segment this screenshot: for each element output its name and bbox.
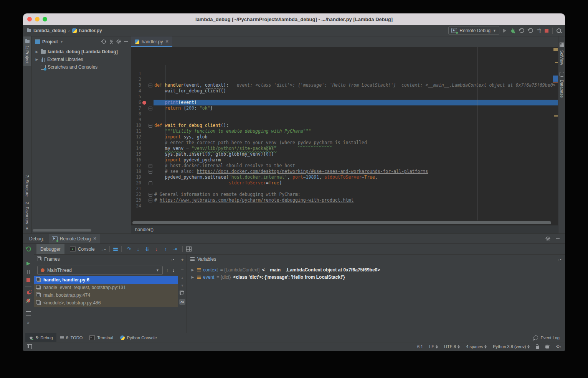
fold-gutter[interactable] — [147, 94, 154, 100]
code-line[interactable]: 9 — [131, 117, 558, 123]
code-line[interactable]: 4 wait_for_debug_client() — [131, 88, 558, 94]
caret-position[interactable]: 6:1 — [417, 344, 423, 349]
breakpoint-gutter[interactable] — [141, 146, 147, 151]
concurrency-diagram-button[interactable]: ⇶ — [537, 28, 541, 33]
breakpoint-gutter[interactable] — [141, 169, 147, 174]
run-to-cursor-icon[interactable]: ⇥ — [171, 246, 179, 252]
tool-window-button-structure[interactable]: 7: Structure — [23, 172, 31, 199]
fold-gutter[interactable] — [147, 180, 154, 186]
breakpoint-gutter[interactable] — [141, 192, 147, 197]
project-view-title[interactable]: Project — [42, 39, 58, 44]
mute-breakpoints-icon[interactable] — [26, 299, 30, 302]
breakpoint-gutter[interactable] — [141, 186, 147, 192]
tree-item-scratches[interactable]: Scratches and Consoles — [32, 63, 131, 71]
breadcrumb-file[interactable]: handler.py — [79, 28, 102, 33]
breakpoint-gutter[interactable] — [141, 100, 147, 105]
run-with-coverage-button[interactable] — [519, 28, 524, 33]
run-configuration-select[interactable]: Remote Debug ▼ — [448, 26, 499, 35]
code-line[interactable]: 20 stderrToServer=True) — [131, 180, 558, 186]
breadcrumb-project[interactable]: lambda_debug — [33, 28, 66, 33]
breakpoint-gutter[interactable] — [141, 71, 147, 77]
code-line[interactable]: 2 — [131, 77, 558, 82]
move-down-icon[interactable]: ▼ — [181, 284, 184, 288]
close-icon[interactable]: ✕ — [93, 236, 96, 241]
search-everywhere-icon[interactable] — [557, 28, 561, 33]
editor-tab-handler[interactable]: handler.py ✕ — [131, 36, 172, 47]
debug-button[interactable] — [510, 28, 515, 33]
fold-gutter[interactable] — [147, 128, 154, 134]
breakpoint-gutter[interactable] — [141, 174, 147, 180]
fold-gutter[interactable] — [147, 140, 154, 146]
tool-window-button-todo[interactable]: 6: TODO — [56, 333, 86, 342]
fold-gutter[interactable] — [147, 71, 154, 77]
chevron-right-icon[interactable]: ▶ — [35, 58, 39, 61]
frame-row[interactable]: handle_event_request, bootstrap.py:131 — [34, 284, 178, 291]
error-stripe-mark[interactable] — [554, 115, 558, 117]
tool-window-button-favorites[interactable]: 2: Favorites ★ — [23, 199, 31, 233]
hide-tool-window-icon[interactable] — [556, 238, 560, 239]
fold-gutter[interactable] — [147, 174, 154, 180]
code-line[interactable]: 12 import sys, glob — [131, 134, 558, 140]
fold-gutter[interactable] — [147, 163, 154, 169]
breadcrumb-function[interactable]: handler() — [135, 227, 154, 232]
pause-icon[interactable] — [27, 270, 28, 274]
code-line[interactable]: 8 — [131, 111, 558, 117]
more-actions-icon[interactable]: » — [27, 320, 30, 325]
zoom-window-button[interactable] — [43, 17, 47, 21]
run-button[interactable] — [503, 29, 506, 33]
duplicate-watch-icon[interactable] — [180, 291, 184, 295]
pin-tab-icon[interactable]: →▪ — [556, 257, 562, 261]
step-over-icon[interactable]: ↷ — [125, 246, 133, 252]
error-stripe-caret-mark[interactable] — [553, 76, 558, 82]
code-line[interactable]: 11 """Utility function to enable debuggi… — [131, 128, 558, 134]
tool-window-button-database[interactable]: Database — [558, 68, 565, 100]
code-line[interactable]: 18 # see also: https://docs.docker.com/d… — [131, 169, 558, 174]
encoding-selector[interactable]: UTF-8 — [444, 344, 460, 349]
breakpoint-gutter[interactable] — [141, 77, 147, 82]
code-line[interactable]: 24 — [131, 203, 558, 209]
fold-gutter[interactable] — [147, 117, 154, 123]
frame-row[interactable]: main, bootstrap.py:474 — [34, 291, 178, 299]
frame-row[interactable]: handler, handler.py:6 — [34, 276, 178, 284]
code-line[interactable]: 23# https://www.jetbrains.com/help/pycha… — [131, 197, 558, 203]
close-window-button[interactable] — [27, 17, 32, 21]
stop-icon[interactable] — [26, 278, 30, 282]
pin-tab-icon[interactable]: →▪ — [168, 257, 174, 261]
breakpoint-gutter[interactable] — [141, 111, 147, 117]
code-line[interactable]: 16 import pydevd_pycharm — [131, 157, 558, 163]
code-line[interactable]: 21 — [131, 186, 558, 192]
indent-selector[interactable]: 4 spaces — [466, 344, 487, 349]
breakpoint-gutter[interactable] — [141, 88, 147, 94]
breakpoint-gutter[interactable] — [141, 105, 147, 111]
fold-gutter[interactable] — [147, 77, 154, 82]
tab-console[interactable]: Console — [66, 244, 99, 254]
profiler-button[interactable] — [528, 28, 533, 33]
fold-gutter[interactable] — [147, 82, 154, 88]
breakpoint-gutter[interactable] — [141, 128, 147, 134]
fold-marker-icon[interactable] — [149, 124, 152, 128]
fold-gutter[interactable] — [147, 146, 154, 151]
next-frame-icon[interactable]: ↓ — [172, 267, 175, 273]
code-line[interactable]: 13 # enter the correct path here to your… — [131, 140, 558, 146]
breakpoint-gutter[interactable] — [141, 82, 147, 88]
lock-icon[interactable] — [536, 346, 539, 349]
resume-program-icon[interactable]: ▶ — [26, 260, 30, 266]
minimize-window-button[interactable] — [35, 17, 40, 21]
tool-window-button-project[interactable]: 1: Project — [23, 36, 31, 66]
infinity-icon[interactable]: ∞ — [179, 299, 185, 305]
chevron-right-icon[interactable]: ▶ — [191, 268, 195, 272]
fold-gutter[interactable] — [147, 157, 154, 163]
code-line[interactable]: 10def wait_for_debug_client(): — [131, 123, 558, 128]
tree-item-external-libraries[interactable]: ▶ External Libraries — [32, 56, 131, 63]
gear-icon[interactable] — [545, 236, 550, 241]
breakpoint-gutter[interactable] — [141, 197, 147, 203]
code-editor[interactable]: 123def handler(event, context): event: <… — [131, 47, 558, 220]
code-line[interactable]: 3def handler(event, context): event: <cl… — [131, 82, 558, 88]
debug-session-tab[interactable]: Remote Debug ✕ — [49, 234, 100, 243]
fold-gutter[interactable] — [147, 169, 154, 174]
gear-icon[interactable] — [116, 39, 121, 44]
breakpoint-gutter[interactable] — [141, 180, 147, 186]
code-line[interactable]: 6 print(event) — [131, 100, 558, 105]
fold-gutter[interactable] — [147, 203, 154, 209]
code-line[interactable]: 22# General information on remote debugg… — [131, 192, 558, 197]
